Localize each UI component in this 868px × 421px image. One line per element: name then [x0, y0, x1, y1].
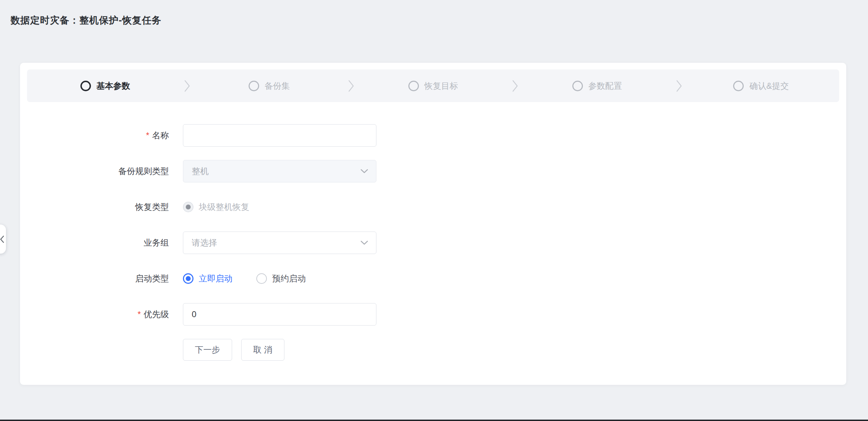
radio-disabled-checked-icon	[183, 202, 193, 212]
chevron-left-icon	[0, 234, 5, 244]
wizard-steps-bar: 基本参数 备份集 恢复目标 参数配置 确认&提交	[27, 69, 839, 102]
priority-label: *优先级	[20, 309, 169, 320]
radio-checked-icon	[183, 273, 193, 284]
cancel-button[interactable]: 取 消	[241, 339, 284, 361]
radio-unchecked-icon	[256, 273, 267, 284]
form-row-recovery-type: 恢复类型 块级整机恢复	[20, 196, 846, 218]
required-star: *	[138, 309, 141, 319]
radio-label: 立即启动	[199, 273, 232, 284]
step-recovery-target: 恢复目标	[355, 80, 511, 92]
bottom-window-edge	[0, 420, 868, 421]
priority-input[interactable]	[183, 303, 376, 326]
recovery-type-label: 恢复类型	[20, 201, 169, 213]
business-group-select[interactable]: 请选择	[183, 232, 376, 254]
chevron-down-icon	[360, 169, 368, 174]
wizard-card: 基本参数 备份集 恢复目标 参数配置 确认&提交	[20, 63, 846, 385]
page: { "page": { "title": "数据定时灾备：整机保护-恢复任务" …	[0, 0, 868, 421]
step-confirm-submit: 确认&提交	[683, 80, 839, 92]
radio-label: 块级整机恢复	[199, 201, 249, 213]
step-label: 恢复目标	[425, 80, 458, 92]
step-basic-params: 基本参数	[27, 80, 183, 92]
business-group-label: 业务组	[20, 237, 169, 248]
backup-rule-type-select: 整机	[183, 160, 376, 182]
name-label: *名称	[20, 130, 169, 141]
business-group-placeholder: 请选择	[192, 237, 217, 248]
step-separator-chevron-icon	[511, 78, 519, 94]
step-separator-chevron-icon	[347, 78, 355, 94]
step-label: 基本参数	[97, 80, 130, 92]
form-row-name: *名称	[20, 124, 846, 147]
next-step-button[interactable]: 下一步	[183, 339, 232, 361]
backup-rule-type-value: 整机	[192, 166, 209, 177]
name-input[interactable]	[183, 124, 376, 147]
required-star: *	[146, 131, 149, 140]
form-row-priority: *优先级	[20, 303, 846, 326]
step-param-config: 参数配置	[519, 80, 675, 92]
step-circle-icon	[80, 81, 91, 91]
step-circle-icon	[249, 81, 259, 91]
form-row-backup-rule-type: 备份规则类型 整机	[20, 160, 846, 182]
step-separator-chevron-icon	[183, 78, 191, 94]
step-label: 参数配置	[588, 80, 622, 92]
form-actions: 下一步 取 消	[183, 339, 846, 361]
start-type-radio-scheduled[interactable]: 预约启动	[256, 273, 306, 284]
basic-params-form: *名称 备份规则类型 整机 恢复类型 块级整机恢复	[20, 124, 846, 361]
step-label: 确认&提交	[749, 80, 789, 92]
start-type-label: 启动类型	[20, 273, 169, 284]
recovery-type-radio-block-level: 块级整机恢复	[183, 201, 249, 213]
step-backup-set: 备份集	[191, 80, 347, 92]
step-circle-icon	[733, 81, 744, 91]
backup-rule-type-label: 备份规则类型	[20, 166, 169, 177]
step-label: 备份集	[265, 80, 290, 92]
start-type-radio-immediate[interactable]: 立即启动	[183, 273, 232, 284]
step-circle-icon	[572, 81, 583, 91]
chevron-down-icon	[360, 240, 368, 245]
form-row-business-group: 业务组 请选择	[20, 232, 846, 254]
form-row-start-type: 启动类型 立即启动 预约启动	[20, 267, 846, 290]
radio-label: 预约启动	[272, 273, 306, 284]
collapse-sidebar-handle[interactable]	[0, 225, 6, 254]
step-circle-icon	[408, 81, 419, 91]
page-title: 数据定时灾备：整机保护-恢复任务	[11, 14, 162, 27]
step-separator-chevron-icon	[675, 78, 683, 94]
